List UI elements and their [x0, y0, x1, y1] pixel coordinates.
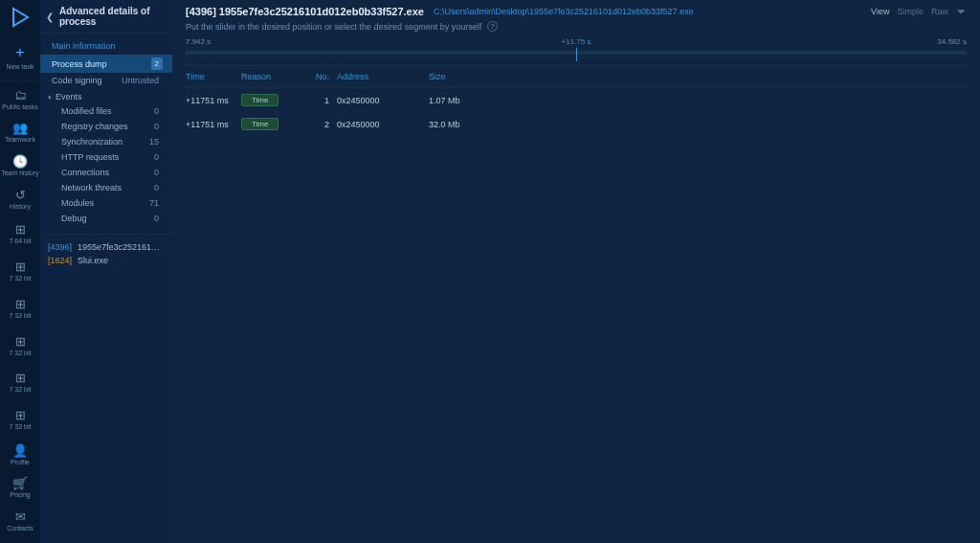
- people-icon: 👥: [12, 122, 28, 134]
- process-list: [4396]1955e7fe3c25216101d012... [1624]Sl…: [40, 234, 172, 267]
- reason-chip: Time: [241, 118, 278, 130]
- user-icon: 👤: [12, 444, 28, 457]
- table-row[interactable]: +11751 ms Time 2 0x2450000 32.0 Mb: [186, 112, 967, 136]
- rail-bit-2[interactable]: ⊞7 32 bit: [0, 290, 40, 328]
- view-simple-toggle[interactable]: Simple: [897, 7, 924, 16]
- timeline-mid: +11.75 s: [562, 37, 591, 46]
- sidebar-event-sync[interactable]: Synchronization15: [57, 134, 165, 149]
- folder-icon: 🗂: [14, 89, 27, 102]
- windows-icon: ⊞: [15, 298, 26, 310]
- rail-contacts[interactable]: ✉Contacts: [0, 505, 40, 538]
- sidebar-event-debug[interactable]: Debug0: [57, 211, 165, 226]
- rail-bit-0[interactable]: ⊞7 64 bit: [0, 215, 40, 253]
- sidebar-event-connections[interactable]: Connections0: [57, 165, 165, 180]
- sidebar-process-dump[interactable]: Process dump 2: [40, 55, 172, 73]
- sidebar-main-info[interactable]: Main information: [48, 37, 165, 55]
- plus-icon: +: [15, 44, 24, 61]
- timeline-start: 7.942 s: [186, 37, 211, 46]
- col-size[interactable]: Size: [429, 72, 486, 81]
- sidebar-event-http[interactable]: HTTP requests0: [57, 149, 165, 165]
- dump-table: Time Reason No. Address Size +11751 ms T…: [172, 57, 980, 136]
- page-title: [4396] 1955e7fe3c25216101d012eb0b33f527.…: [186, 6, 424, 17]
- rail-bit-5[interactable]: ⊞7 32 bit: [0, 401, 40, 439]
- table-header: Time Reason No. Address Size: [186, 65, 967, 88]
- sidebar-title: Advanced details of process: [59, 6, 165, 27]
- rail-team-history[interactable]: 🕓 Team history: [0, 149, 40, 183]
- col-no[interactable]: No.: [312, 72, 337, 81]
- col-time[interactable]: Time: [186, 72, 241, 81]
- rail-history[interactable]: ↺ History: [0, 183, 40, 216]
- sidebar-event-modules[interactable]: Modules71: [57, 195, 165, 211]
- history-icon: ↺: [15, 189, 26, 201]
- col-reason[interactable]: Reason: [241, 72, 312, 81]
- help-icon[interactable]: ?: [487, 21, 498, 32]
- sidebar-event-registry[interactable]: Registry changes0: [57, 119, 165, 134]
- rail-profile[interactable]: 👤Profile: [0, 439, 40, 472]
- rail-bit-4[interactable]: ⊞7 32 bit: [0, 364, 40, 401]
- process-item[interactable]: [4396]1955e7fe3c25216101d012...: [48, 240, 165, 254]
- cart-icon: 🛒: [12, 477, 28, 489]
- back-button[interactable]: ❮: [46, 11, 54, 22]
- sidebar-event-network-threats[interactable]: Network threats0: [57, 180, 165, 195]
- process-dump-count: 2: [151, 57, 163, 70]
- col-address[interactable]: Address: [337, 72, 429, 81]
- app-logo[interactable]: [7, 6, 33, 29]
- view-label: View: [871, 7, 889, 16]
- rail-pricing[interactable]: 🛒Pricing: [0, 471, 40, 505]
- instructions-text: Put the slider in the desired position o…: [186, 22, 481, 32]
- reason-chip: Time: [241, 94, 278, 106]
- rail-public-tasks[interactable]: 🗂 Public tasks: [0, 83, 40, 117]
- timeline-tick-icon: [576, 57, 577, 61]
- rail-teamwork[interactable]: 👥 Teamwork: [0, 116, 40, 149]
- rail-faq[interactable]: ?FAQ: [0, 538, 40, 543]
- svg-marker-0: [13, 9, 28, 26]
- nav-rail: + New task 🗂 Public tasks 👥 Teamwork 🕓 T…: [0, 0, 40, 543]
- windows-icon: ⊞: [15, 223, 26, 236]
- timeline-end: 34.582 s: [937, 37, 967, 46]
- new-task-label: New task: [7, 63, 34, 71]
- clock-icon: 🕓: [12, 155, 28, 168]
- windows-icon: ⊞: [15, 409, 26, 421]
- windows-icon: ⊞: [15, 335, 26, 348]
- sidebar-events-header[interactable]: Events: [48, 88, 165, 103]
- main-panel: [4396] 1955e7fe3c25216101d012eb0b33f527.…: [172, 0, 980, 543]
- new-task-button[interactable]: + New task: [0, 38, 40, 81]
- rail-bit-1[interactable]: ⊞7 32 bit: [0, 253, 40, 290]
- rail-bit-3[interactable]: ⊞7 32 bit: [0, 328, 40, 365]
- sidebar-code-signing[interactable]: Code signing Untrusted: [48, 73, 165, 88]
- mail-icon: ✉: [15, 510, 26, 523]
- windows-icon: ⊞: [15, 372, 26, 384]
- sidebar: ❮ Advanced details of process Main infor…: [40, 0, 172, 543]
- view-raw-toggle[interactable]: Raw: [931, 7, 948, 16]
- filter-icon[interactable]: ⏷: [956, 6, 967, 17]
- file-path[interactable]: C:\Users\admin\Desktop\1955e7fe3c2521610…: [434, 7, 694, 16]
- windows-icon: ⊞: [15, 260, 26, 273]
- process-item[interactable]: [1624]Slui.exe: [48, 254, 165, 267]
- sidebar-event-modified-files[interactable]: Modified files0: [57, 103, 165, 119]
- timeline-slider[interactable]: 7.942 s +11.75 s 34.582 s: [172, 35, 980, 57]
- table-row[interactable]: +11751 ms Time 1 0x2450000 1.07 Mb: [186, 88, 967, 112]
